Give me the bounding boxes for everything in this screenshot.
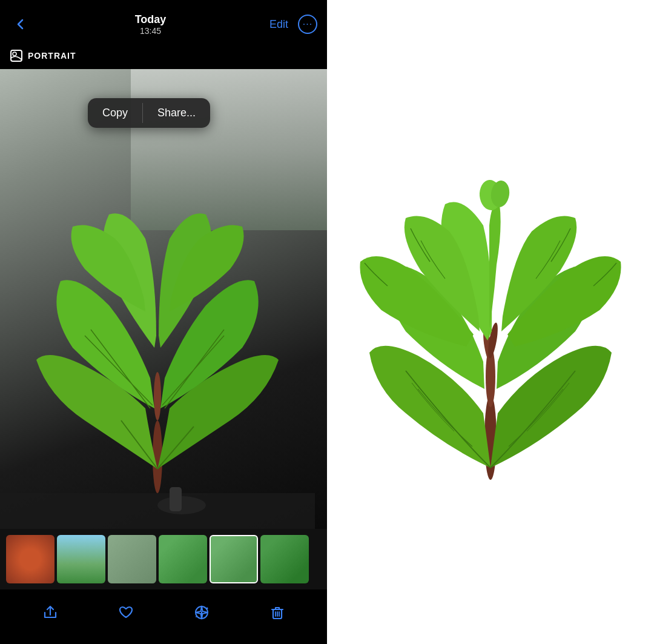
thumbnail-6[interactable]: [260, 535, 309, 583]
visual-lookup-button[interactable]: [187, 597, 217, 628]
portrait-label: PORTRAIT: [28, 51, 76, 61]
extracted-subject-panel: [327, 0, 654, 644]
svg-point-1: [13, 52, 16, 56]
share-icon: [42, 604, 59, 621]
svg-rect-4: [0, 493, 315, 529]
thumbnail-strip: [0, 529, 327, 589]
portrait-bar: PORTRAIT: [0, 42, 327, 69]
thumbnail-1[interactable]: [6, 535, 54, 583]
photos-app-panel: Today 13:45 Edit ··· PORTRAIT: [0, 0, 327, 644]
bottom-toolbar: [0, 589, 327, 644]
thumbnail-4[interactable]: [159, 535, 207, 583]
more-button[interactable]: ···: [298, 15, 317, 34]
svg-point-10: [200, 608, 202, 610]
header-title: Today: [135, 13, 167, 26]
visual-lookup-icon: [193, 603, 211, 622]
trash-icon: [269, 604, 286, 621]
header-center: Today 13:45: [135, 13, 167, 36]
header-right: Edit ···: [269, 15, 317, 34]
photo-background: Copy Share...: [0, 69, 327, 529]
context-menu: Copy Share...: [88, 98, 210, 128]
extracted-plant-svg: [345, 116, 636, 528]
header: Today 13:45 Edit ···: [0, 0, 327, 42]
extracted-plant: [345, 110, 636, 534]
share-menu-item[interactable]: Share...: [143, 98, 210, 128]
more-dots-icon: ···: [303, 19, 312, 29]
copy-menu-item[interactable]: Copy: [88, 98, 142, 128]
share-button[interactable]: [35, 597, 65, 628]
svg-rect-6: [170, 487, 182, 511]
main-photo[interactable]: Copy Share...: [0, 69, 327, 529]
header-subtitle: 13:45: [140, 26, 161, 36]
heart-icon: [117, 604, 134, 621]
edit-button[interactable]: Edit: [269, 18, 288, 31]
thumbnail-5-selected[interactable]: [210, 535, 258, 583]
thumbnail-2[interactable]: [57, 535, 105, 583]
favorite-button[interactable]: [111, 597, 141, 628]
svg-point-3: [154, 372, 161, 420]
svg-rect-0: [11, 50, 22, 61]
back-button[interactable]: [10, 13, 31, 35]
portrait-icon: [10, 49, 23, 62]
thumbnail-3[interactable]: [108, 535, 156, 583]
plant-image: [0, 118, 315, 529]
delete-button[interactable]: [262, 597, 292, 628]
